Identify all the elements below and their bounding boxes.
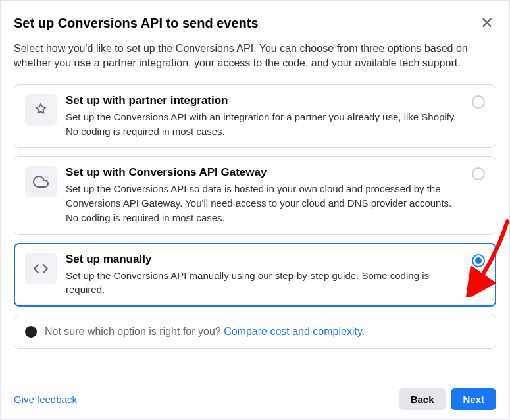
close-icon: ✕: [480, 14, 494, 32]
info-card: Not sure which option is right for you? …: [14, 315, 496, 349]
option-partner-integration[interactable]: Set up with partner integration Set up t…: [14, 84, 496, 149]
compare-link[interactable]: Compare cost and complexity.: [224, 326, 365, 337]
option-title: Set up with Conversions API Gateway: [66, 166, 463, 179]
info-text-wrap: Not sure which option is right for you? …: [45, 326, 365, 338]
partner-icon: [25, 94, 57, 126]
dialog-footer: Give feedback Back Next: [1, 379, 509, 419]
option-desc: Set up the Conversions API with an integ…: [66, 110, 463, 139]
code-icon: [25, 253, 57, 284]
dialog-header: Set up Conversions API to send events ✕: [1, 1, 509, 41]
option-title: Set up manually: [66, 253, 463, 266]
info-icon: [25, 326, 37, 338]
option-api-gateway[interactable]: Set up with Conversions API Gateway Set …: [14, 156, 496, 234]
close-button[interactable]: ✕: [478, 13, 496, 34]
info-text: Not sure which option is right for you?: [45, 326, 224, 337]
option-content: Set up with Conversions API Gateway Set …: [66, 166, 463, 224]
radio-manual[interactable]: [472, 254, 485, 267]
footer-buttons: Back Next: [399, 388, 496, 410]
option-manual[interactable]: Set up manually Set up the Conversions A…: [14, 243, 496, 307]
option-desc: Set up the Conversions API so data is ho…: [66, 182, 463, 224]
next-button[interactable]: Next: [451, 388, 496, 410]
cloud-icon: [25, 166, 57, 197]
dialog-title: Set up Conversions API to send events: [14, 16, 259, 31]
radio-partner[interactable]: [472, 95, 485, 109]
option-desc: Set up the Conversions API manually usin…: [66, 269, 463, 298]
give-feedback-link[interactable]: Give feedback: [14, 394, 77, 405]
option-content: Set up manually Set up the Conversions A…: [66, 253, 463, 298]
back-button[interactable]: Back: [399, 388, 446, 410]
radio-gateway[interactable]: [472, 167, 485, 180]
intro-text: Select how you'd like to set up the Conv…: [14, 41, 496, 71]
option-content: Set up with partner integration Set up t…: [66, 94, 463, 139]
dialog-body: Select how you'd like to set up the Conv…: [1, 41, 509, 377]
option-title: Set up with partner integration: [66, 94, 463, 107]
